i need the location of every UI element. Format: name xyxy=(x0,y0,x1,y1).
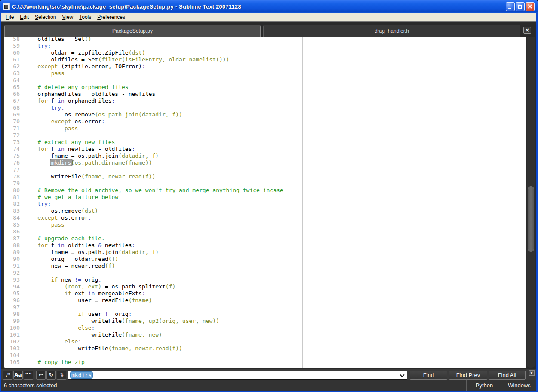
whole-word-toggle[interactable]: “” xyxy=(24,371,33,380)
syntax-selector[interactable]: Python xyxy=(466,380,502,391)
code-line[interactable]: 85 pass xyxy=(4,221,302,228)
code-token: : xyxy=(92,325,95,331)
title-bar[interactable]: C:\JJ\working\src\skyline\package_setup\… xyxy=(0,0,538,13)
code-token xyxy=(24,70,51,77)
editor-area[interactable]: 58 oldfiles = Set()59 try:60 oldar = zip… xyxy=(4,37,526,368)
code-line[interactable]: 72 xyxy=(4,132,302,139)
code-token xyxy=(24,201,37,207)
regex-toggle[interactable]: .* xyxy=(3,371,12,380)
code-line[interactable]: 95 if ext in mergeableExts: xyxy=(4,290,302,297)
code-line[interactable]: 97 xyxy=(4,304,302,311)
code-line[interactable]: 64 xyxy=(4,77,302,84)
tab-bar-close-icon[interactable]: × xyxy=(523,27,531,34)
minimize-button[interactable] xyxy=(506,2,515,11)
code-line[interactable]: 68 try: xyxy=(4,104,302,111)
maximize-button[interactable] xyxy=(516,2,525,11)
scrollbar-thumb[interactable] xyxy=(528,186,534,252)
code-line[interactable]: 73 # extract any new files xyxy=(4,139,302,146)
code-line[interactable]: 90 orig = oldar.read(f) xyxy=(4,256,302,263)
code-line[interactable]: 75 fname = os.path.join(datadir, f) xyxy=(4,153,302,159)
line-number: 80 xyxy=(4,187,20,194)
in-selection-toggle[interactable]: ↴ xyxy=(57,371,66,380)
code-token xyxy=(24,276,51,283)
code-token: (fname, newar.read(f)) xyxy=(81,173,155,180)
code-line[interactable]: 100 else: xyxy=(4,325,302,331)
code-line[interactable]: 67 for f in orphanedFiles: xyxy=(4,98,302,104)
find-all-button[interactable]: Find All xyxy=(489,371,526,380)
line-number: 88 xyxy=(4,242,20,249)
editor-pane-packagesetup[interactable]: 58 oldfiles = Set()59 try:60 oldar = zip… xyxy=(4,37,302,368)
code-line[interactable]: 80 # Remove the old archive, so we won't… xyxy=(4,187,302,194)
code-line[interactable]: 62 except (zipfile.error, IOError): xyxy=(4,63,302,70)
line-endings-selector[interactable]: Windows xyxy=(502,380,536,391)
editor-pane-draghandler[interactable] xyxy=(303,37,526,368)
code-token xyxy=(24,290,65,297)
code-line[interactable]: 89 fname = os.path.join(datadir, f) xyxy=(4,249,302,256)
code-line[interactable]: 60 oldar = zipfile.ZipFile(dst) xyxy=(4,49,302,56)
code-line[interactable]: 104 xyxy=(4,352,302,359)
code-token: oldfiles = Set xyxy=(24,56,98,63)
tab-drag-handler-h[interactable]: drag_handler.h xyxy=(263,24,520,37)
code-line[interactable]: 59 try: xyxy=(4,43,302,49)
find-bar-close-icon[interactable]: × xyxy=(529,370,535,376)
case-sensitive-toggle[interactable]: Aa xyxy=(13,371,23,380)
code-line[interactable]: 76 mkdirs(os.path.dirname(fname)) xyxy=(4,159,302,166)
code-line[interactable]: 87 # upgrade each file. xyxy=(4,235,302,242)
code-line[interactable]: 105 # copy the zip xyxy=(4,359,302,366)
find-button[interactable]: Find xyxy=(410,371,447,380)
code-token: f xyxy=(48,98,58,104)
find-input[interactable]: mkdirs xyxy=(68,371,407,380)
code-line[interactable]: 61 oldfiles = Set(filter(isFileEntry, ol… xyxy=(4,56,302,63)
wrap-search-toggle[interactable]: ↩ xyxy=(36,371,46,380)
code-token: new xyxy=(58,276,74,283)
code-token: try: xyxy=(37,201,51,207)
code-line[interactable]: 98 if user != orig: xyxy=(4,311,302,318)
code-line[interactable]: 63 pass xyxy=(4,70,302,77)
code-token xyxy=(24,214,37,221)
code-line[interactable]: 77 xyxy=(4,166,302,173)
code-line[interactable]: 88 for f in oldfiles & newfiles: xyxy=(4,242,302,249)
line-number: 91 xyxy=(4,263,20,270)
code-line[interactable]: 78 writeFile(fname, newar.read(f)) xyxy=(4,173,302,180)
code-line[interactable]: 101 writeFile(fname, new) xyxy=(4,331,302,338)
code-line[interactable]: 81 # we get a failure below xyxy=(4,194,302,201)
code-line[interactable]: 93 if new != orig: xyxy=(4,276,302,283)
menu-view[interactable]: View xyxy=(59,13,76,21)
reverse-direction-toggle[interactable]: ↻ xyxy=(46,371,56,380)
code-line[interactable]: 99 writeFile(fname, up2(orig, user, new)… xyxy=(4,318,302,325)
code-line[interactable]: 82 try: xyxy=(4,201,302,208)
code-line[interactable]: 66 orphanedFiles = oldfiles - newfiles xyxy=(4,91,302,98)
code-line[interactable]: 102 else: xyxy=(4,338,302,345)
code-line[interactable]: 96 user = readFile(fname) xyxy=(4,297,302,304)
code-line[interactable]: 70 except os.error: xyxy=(4,118,302,125)
code-line[interactable]: 79 xyxy=(4,180,302,187)
code-line[interactable]: 91 new = newar.read(f) xyxy=(4,263,302,270)
code-token: : xyxy=(129,311,132,317)
tab-packagesetup-py[interactable]: PackageSetup.py xyxy=(4,24,261,37)
code-line[interactable]: 71 pass xyxy=(4,125,302,132)
code-line[interactable]: 58 oldfiles = Set() xyxy=(4,37,302,43)
menu-tools[interactable]: Tools xyxy=(76,13,94,21)
code-line[interactable]: 86 xyxy=(4,228,302,235)
code-line[interactable]: 65 # delete any orphaned files xyxy=(4,84,302,91)
code-token: oldfiles xyxy=(65,242,98,248)
code-line[interactable]: 69 os.remove(os.path.join(datadir, f)) xyxy=(4,111,302,118)
menu-preferences[interactable]: Preferences xyxy=(94,13,128,21)
vertical-scrollbar[interactable] xyxy=(527,37,535,368)
line-number: 101 xyxy=(4,331,20,338)
find-prev-button[interactable]: Find Prev xyxy=(449,371,487,380)
code-line[interactable]: 74 for f in newfiles - oldfiles: xyxy=(4,146,302,153)
menu-file[interactable]: File xyxy=(3,13,17,21)
menu-edit[interactable]: Edit xyxy=(17,13,32,21)
code-line[interactable]: 84 except os.error: xyxy=(4,214,302,221)
code-token: for xyxy=(37,242,47,248)
code-line[interactable]: 83 os.remove(dst) xyxy=(4,208,302,214)
code-line[interactable]: 92 xyxy=(4,270,302,276)
chevron-down-icon[interactable] xyxy=(400,372,404,377)
menu-bar: FileEditSelectionViewToolsPreferences xyxy=(1,13,536,21)
menu-selection[interactable]: Selection xyxy=(32,13,59,21)
code-line[interactable]: 103 writeFile(fname, newar.read(f)) xyxy=(4,345,302,352)
close-button[interactable]: × xyxy=(526,2,535,11)
code-token: # delete any orphaned files xyxy=(37,84,128,90)
code-line[interactable]: 94 (root, ext) = os.path.splitext(f) xyxy=(4,283,302,290)
